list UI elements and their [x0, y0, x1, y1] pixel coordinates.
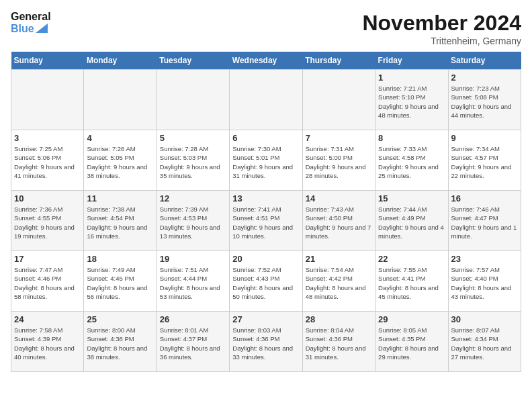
- day-number: 27: [232, 314, 299, 324]
- calendar-cell: 23Sunrise: 7:57 AM Sunset: 4:40 PM Dayli…: [448, 251, 521, 312]
- calendar-cell: [157, 70, 229, 130]
- day-number: 9: [451, 133, 518, 143]
- day-info: Sunrise: 8:07 AM Sunset: 4:34 PM Dayligh…: [451, 326, 518, 361]
- month-title: November 2024: [362, 11, 521, 36]
- day-info: Sunrise: 7:31 AM Sunset: 5:00 PM Dayligh…: [306, 144, 372, 180]
- day-number: 19: [160, 254, 226, 264]
- day-info: Sunrise: 7:39 AM Sunset: 4:53 PM Dayligh…: [160, 205, 226, 240]
- day-number: 12: [160, 193, 226, 203]
- day-header-tuesday: Tuesday: [157, 52, 229, 70]
- calendar-week-row: 10Sunrise: 7:36 AM Sunset: 4:55 PM Dayli…: [11, 191, 521, 251]
- logo-chevron-icon: [36, 24, 48, 33]
- calendar-week-row: 3Sunrise: 7:25 AM Sunset: 5:06 PM Daylig…: [11, 130, 521, 191]
- day-info: Sunrise: 7:51 AM Sunset: 4:44 PM Dayligh…: [160, 265, 226, 301]
- calendar-cell: 24Sunrise: 7:58 AM Sunset: 4:39 PM Dayli…: [11, 312, 84, 372]
- calendar-cell: 22Sunrise: 7:55 AM Sunset: 4:41 PM Dayli…: [375, 251, 448, 312]
- calendar-cell: 3Sunrise: 7:25 AM Sunset: 5:06 PM Daylig…: [11, 130, 84, 191]
- day-info: Sunrise: 7:54 AM Sunset: 4:42 PM Dayligh…: [306, 265, 372, 301]
- calendar-week-row: 1Sunrise: 7:21 AM Sunset: 5:10 PM Daylig…: [11, 70, 521, 130]
- day-header-thursday: Thursday: [302, 52, 375, 70]
- day-number: 28: [306, 314, 372, 324]
- day-info: Sunrise: 7:30 AM Sunset: 5:01 PM Dayligh…: [232, 144, 299, 180]
- day-number: 2: [451, 73, 518, 83]
- day-header-sunday: Sunday: [11, 52, 84, 70]
- calendar-cell: [11, 70, 84, 130]
- day-info: Sunrise: 8:04 AM Sunset: 4:36 PM Dayligh…: [306, 326, 372, 361]
- day-number: 10: [14, 193, 81, 203]
- calendar-cell: 5Sunrise: 7:28 AM Sunset: 5:03 PM Daylig…: [157, 130, 229, 191]
- svg-marker-0: [36, 24, 48, 33]
- calendar-cell: 14Sunrise: 7:43 AM Sunset: 4:50 PM Dayli…: [302, 191, 375, 251]
- day-info: Sunrise: 8:00 AM Sunset: 4:38 PM Dayligh…: [87, 326, 153, 361]
- calendar-cell: 10Sunrise: 7:36 AM Sunset: 4:55 PM Dayli…: [11, 191, 84, 251]
- day-info: Sunrise: 8:01 AM Sunset: 4:37 PM Dayligh…: [160, 326, 226, 361]
- calendar-cell: 18Sunrise: 7:49 AM Sunset: 4:45 PM Dayli…: [84, 251, 157, 312]
- logo: General Blue: [11, 11, 51, 34]
- calendar-cell: 2Sunrise: 7:23 AM Sunset: 5:08 PM Daylig…: [448, 70, 521, 130]
- day-number: 7: [306, 133, 372, 143]
- day-number: 1: [378, 73, 445, 83]
- calendar-header-row: SundayMondayTuesdayWednesdayThursdayFrid…: [11, 52, 521, 70]
- day-number: 4: [87, 133, 153, 143]
- day-info: Sunrise: 7:36 AM Sunset: 4:55 PM Dayligh…: [14, 205, 81, 240]
- day-info: Sunrise: 7:33 AM Sunset: 4:58 PM Dayligh…: [378, 144, 445, 180]
- calendar-cell: [230, 70, 302, 130]
- calendar-table: SundayMondayTuesdayWednesdayThursdayFrid…: [11, 52, 521, 372]
- day-info: Sunrise: 7:21 AM Sunset: 5:10 PM Dayligh…: [378, 84, 445, 120]
- calendar-cell: 9Sunrise: 7:34 AM Sunset: 4:57 PM Daylig…: [448, 130, 521, 191]
- day-number: 11: [87, 193, 153, 203]
- day-number: 17: [14, 254, 81, 264]
- day-number: 16: [451, 193, 518, 203]
- calendar-cell: 19Sunrise: 7:51 AM Sunset: 4:44 PM Dayli…: [157, 251, 229, 312]
- day-header-monday: Monday: [84, 52, 157, 70]
- calendar-cell: 25Sunrise: 8:00 AM Sunset: 4:38 PM Dayli…: [84, 312, 157, 372]
- day-number: 20: [232, 254, 299, 264]
- calendar-cell: 17Sunrise: 7:47 AM Sunset: 4:46 PM Dayli…: [11, 251, 84, 312]
- day-info: Sunrise: 7:46 AM Sunset: 4:47 PM Dayligh…: [451, 205, 518, 240]
- day-number: 3: [14, 133, 81, 143]
- logo-wordmark: General Blue: [11, 11, 51, 34]
- header-area: General Blue November 2024 Trittenheim, …: [11, 11, 521, 46]
- day-number: 5: [160, 133, 226, 143]
- calendar-cell: 11Sunrise: 7:38 AM Sunset: 4:54 PM Dayli…: [84, 191, 157, 251]
- day-info: Sunrise: 8:03 AM Sunset: 4:36 PM Dayligh…: [232, 326, 299, 361]
- day-info: Sunrise: 7:43 AM Sunset: 4:50 PM Dayligh…: [306, 205, 372, 240]
- calendar-cell: [84, 70, 157, 130]
- day-info: Sunrise: 7:44 AM Sunset: 4:49 PM Dayligh…: [378, 205, 445, 240]
- calendar-cell: 15Sunrise: 7:44 AM Sunset: 4:49 PM Dayli…: [375, 191, 448, 251]
- calendar-cell: 21Sunrise: 7:54 AM Sunset: 4:42 PM Dayli…: [302, 251, 375, 312]
- day-info: Sunrise: 7:26 AM Sunset: 5:05 PM Dayligh…: [87, 144, 153, 180]
- day-info: Sunrise: 7:23 AM Sunset: 5:08 PM Dayligh…: [451, 84, 518, 120]
- day-number: 24: [14, 314, 81, 324]
- day-number: 29: [378, 314, 445, 324]
- location: Trittenheim, Germany: [362, 36, 521, 46]
- day-number: 8: [378, 133, 445, 143]
- day-number: 15: [378, 193, 445, 203]
- day-number: 18: [87, 254, 153, 264]
- day-header-wednesday: Wednesday: [230, 52, 302, 70]
- day-number: 22: [378, 254, 445, 264]
- day-info: Sunrise: 8:05 AM Sunset: 4:35 PM Dayligh…: [378, 326, 445, 361]
- day-info: Sunrise: 7:58 AM Sunset: 4:39 PM Dayligh…: [14, 326, 81, 361]
- calendar-cell: 29Sunrise: 8:05 AM Sunset: 4:35 PM Dayli…: [375, 312, 448, 372]
- day-header-friday: Friday: [375, 52, 448, 70]
- calendar-cell: 26Sunrise: 8:01 AM Sunset: 4:37 PM Dayli…: [157, 312, 229, 372]
- calendar-cell: 12Sunrise: 7:39 AM Sunset: 4:53 PM Dayli…: [157, 191, 229, 251]
- calendar-cell: 6Sunrise: 7:30 AM Sunset: 5:01 PM Daylig…: [230, 130, 302, 191]
- day-info: Sunrise: 7:41 AM Sunset: 4:51 PM Dayligh…: [232, 205, 299, 240]
- day-number: 13: [232, 193, 299, 203]
- day-number: 14: [306, 193, 372, 203]
- calendar-week-row: 24Sunrise: 7:58 AM Sunset: 4:39 PM Dayli…: [11, 312, 521, 372]
- day-number: 23: [451, 254, 518, 264]
- title-area: November 2024 Trittenheim, Germany: [362, 11, 521, 46]
- calendar-cell: 30Sunrise: 8:07 AM Sunset: 4:34 PM Dayli…: [448, 312, 521, 372]
- day-info: Sunrise: 7:47 AM Sunset: 4:46 PM Dayligh…: [14, 265, 81, 301]
- day-number: 30: [451, 314, 518, 324]
- day-info: Sunrise: 7:57 AM Sunset: 4:40 PM Dayligh…: [451, 265, 518, 301]
- day-info: Sunrise: 7:49 AM Sunset: 4:45 PM Dayligh…: [87, 265, 153, 301]
- day-number: 21: [306, 254, 372, 264]
- day-number: 26: [160, 314, 226, 324]
- calendar-cell: 1Sunrise: 7:21 AM Sunset: 5:10 PM Daylig…: [375, 70, 448, 130]
- day-info: Sunrise: 7:28 AM Sunset: 5:03 PM Dayligh…: [160, 144, 226, 180]
- calendar-cell: [302, 70, 375, 130]
